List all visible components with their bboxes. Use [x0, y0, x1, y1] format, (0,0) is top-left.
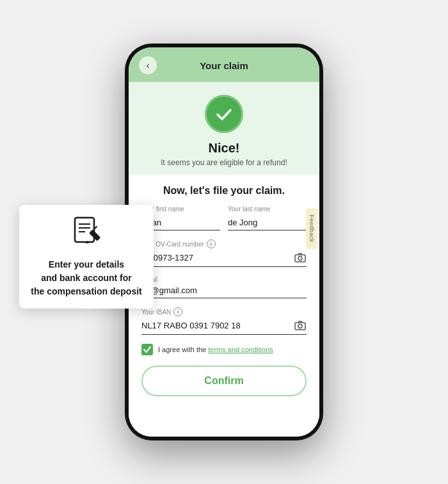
- form-section: Now, let's file your claim. Your first n…: [129, 175, 319, 407]
- svg-point-1: [298, 256, 302, 260]
- confirm-button[interactable]: Confirm: [141, 366, 307, 396]
- ov-card-input[interactable]: [141, 253, 294, 262]
- iban-input-row: [141, 319, 307, 335]
- success-subtitle: It seems you are eligible for a refund!: [161, 158, 287, 167]
- form-heading: Now, let's file your claim.: [141, 185, 307, 197]
- success-area: Nice! It seems you are eligible for a re…: [129, 82, 319, 175]
- iban-input[interactable]: [141, 321, 294, 330]
- last-name-label: Your last name: [228, 206, 307, 213]
- iban-label: Your IBAN: [141, 309, 171, 316]
- page-title: Your claim: [157, 60, 291, 71]
- back-arrow-icon: ‹: [147, 60, 150, 70]
- tooltip-text: Enter your detailsand bank account forth…: [31, 258, 141, 298]
- feedback-tab[interactable]: Feedback: [306, 208, 317, 249]
- terms-checkbox-row: I agree with the terms and conditions: [141, 344, 307, 355]
- iban-label-row: Your IBAN i: [141, 307, 307, 316]
- iban-field: Your IBAN i: [141, 307, 307, 335]
- email-input[interactable]: [141, 286, 307, 295]
- last-name-field: Your last name: [228, 206, 307, 230]
- terms-link[interactable]: terms and conditions: [208, 346, 273, 353]
- svg-rect-0: [295, 255, 305, 262]
- ov-card-label-row: your OV-Card number i: [141, 239, 307, 248]
- success-title: Nice!: [209, 141, 240, 156]
- svg-point-3: [298, 324, 302, 328]
- checkmark-icon: [214, 104, 234, 124]
- tooltip-icon: [70, 215, 103, 252]
- iban-info-icon[interactable]: i: [173, 307, 182, 316]
- app-header: ‹ Your claim: [129, 47, 319, 82]
- email-label: Email: [141, 276, 307, 283]
- terms-label: I agree with the terms and conditions: [158, 346, 273, 353]
- name-row: Your first name Your last name: [141, 206, 307, 230]
- tooltip-card: Enter your detailsand bank account forth…: [19, 205, 154, 309]
- check-circle: [205, 95, 243, 133]
- back-button[interactable]: ‹: [139, 56, 157, 74]
- ov-card-field: your OV-Card number i: [141, 239, 307, 267]
- iban-camera-icon[interactable]: [294, 319, 307, 332]
- last-name-input[interactable]: [228, 215, 307, 230]
- phone-shell: ‹ Your claim Nice! It seems you are elig…: [125, 44, 323, 440]
- svg-rect-4: [75, 218, 94, 242]
- svg-rect-2: [295, 323, 305, 330]
- terms-checkbox[interactable]: [141, 344, 153, 355]
- ov-card-input-row: [141, 251, 307, 267]
- app-content: Nice! It seems you are eligible for a re…: [129, 82, 319, 437]
- email-input-row: [141, 286, 307, 298]
- ov-card-info-icon[interactable]: i: [207, 239, 216, 248]
- scene: ‹ Your claim Nice! It seems you are elig…: [0, 0, 448, 484]
- ov-camera-icon[interactable]: [294, 251, 307, 264]
- email-field: Email: [141, 276, 307, 298]
- phone-screen: ‹ Your claim Nice! It seems you are elig…: [129, 47, 319, 437]
